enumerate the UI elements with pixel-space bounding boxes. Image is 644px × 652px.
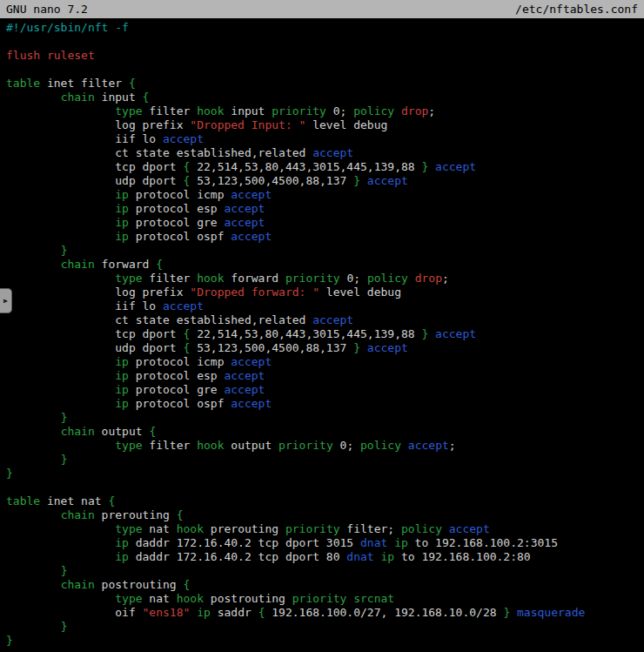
code-token bbox=[6, 230, 115, 243]
code-token bbox=[6, 439, 115, 452]
code-token: ip bbox=[115, 397, 129, 410]
code-token: { bbox=[184, 578, 191, 591]
code-token: ip bbox=[394, 536, 408, 549]
code-token: 0; bbox=[340, 272, 367, 285]
code-token: } bbox=[353, 341, 360, 354]
code-token: output bbox=[95, 425, 150, 438]
code-token: chain bbox=[61, 578, 95, 591]
code-token: "Dropped Input: " bbox=[190, 118, 305, 131]
code-line: iif lo accept bbox=[6, 132, 644, 146]
code-token: output bbox=[224, 439, 278, 452]
code-token bbox=[6, 397, 115, 410]
code-token bbox=[387, 536, 394, 549]
code-line: oif "ens18" ip saddr { 192.168.100.0/27,… bbox=[6, 606, 644, 620]
code-line: ip protocol icmp accept bbox=[6, 188, 644, 202]
code-token: ip bbox=[115, 202, 129, 215]
code-token: priority bbox=[272, 104, 326, 118]
code-token: chain bbox=[61, 425, 95, 438]
code-token: type bbox=[115, 439, 142, 452]
code-token: { bbox=[156, 258, 163, 271]
editor-content[interactable]: #!/usr/sbin/nft -fflush rulesettable ine… bbox=[0, 18, 644, 648]
code-token: srcnat bbox=[353, 592, 394, 605]
code-line: ip protocol esp accept bbox=[6, 369, 644, 383]
code-line: ct state established,related accept bbox=[6, 146, 644, 160]
code-token: type bbox=[115, 272, 142, 285]
code-token: 192.168.100.0/27, 192.168.10.0/28 bbox=[265, 606, 503, 619]
code-token: type bbox=[115, 522, 142, 535]
code-token: inet nat bbox=[40, 494, 108, 507]
code-token: hook bbox=[177, 592, 204, 605]
side-panel-toggle[interactable]: ▶ bbox=[0, 288, 12, 313]
code-token bbox=[6, 425, 61, 438]
code-token: accept bbox=[449, 522, 490, 535]
code-token: iif lo bbox=[6, 132, 163, 145]
code-token: ip bbox=[115, 383, 129, 396]
code-token bbox=[6, 202, 115, 215]
code-token: filter bbox=[143, 104, 198, 118]
code-token: ; bbox=[428, 104, 435, 118]
code-line: ip protocol icmp accept bbox=[6, 355, 644, 369]
code-line bbox=[6, 35, 644, 49]
code-line: } bbox=[6, 411, 644, 425]
code-token: } bbox=[6, 467, 13, 480]
code-token: } bbox=[61, 564, 68, 577]
code-token: protocol esp bbox=[129, 202, 225, 215]
code-line: tcp dport { 22,514,53,80,443,3015,445,13… bbox=[6, 160, 644, 174]
code-token: } bbox=[353, 174, 360, 187]
code-token: log prefix bbox=[6, 118, 190, 131]
code-token: } bbox=[6, 634, 13, 647]
code-token: accept bbox=[408, 439, 449, 452]
code-token: filter bbox=[143, 272, 198, 285]
code-line: type nat hook prerouting priority filter… bbox=[6, 522, 644, 536]
code-line bbox=[6, 63, 644, 77]
code-token: ip bbox=[115, 536, 129, 549]
code-token: level debug bbox=[319, 286, 401, 299]
code-token: accept bbox=[163, 299, 204, 313]
code-token: { bbox=[149, 425, 156, 438]
code-token bbox=[6, 564, 61, 577]
code-token: table bbox=[6, 77, 40, 90]
code-token: level debug bbox=[305, 118, 387, 131]
code-token: accept bbox=[312, 146, 353, 159]
code-token: } bbox=[61, 453, 68, 466]
code-line: ip protocol gre accept bbox=[6, 383, 644, 397]
nano-titlebar: GNU nano 7.2 /etc/nftables.conf bbox=[0, 0, 644, 18]
code-token: forward bbox=[224, 272, 285, 285]
code-token: accept bbox=[312, 313, 353, 326]
code-token: protocol icmp bbox=[129, 188, 231, 201]
code-line bbox=[6, 481, 644, 494]
code-token: nat bbox=[143, 522, 177, 535]
code-token: protocol ospf bbox=[129, 397, 231, 410]
code-token bbox=[428, 327, 435, 340]
code-token: ; bbox=[449, 439, 456, 452]
code-token bbox=[6, 536, 115, 549]
code-token: accept bbox=[367, 341, 408, 354]
code-token: to 192.168.100.2:80 bbox=[394, 550, 531, 563]
code-token: 53,123,500,4500,88,137 bbox=[190, 174, 353, 187]
chevron-right-icon: ▶ bbox=[3, 298, 8, 305]
code-token: 22,514,53,80,443,3015,445,139,88 bbox=[190, 160, 421, 173]
code-token: policy bbox=[367, 272, 408, 285]
code-token: iif lo bbox=[6, 299, 163, 313]
code-line: type filter hook forward priority 0; pol… bbox=[6, 272, 644, 286]
code-line: type nat hook postrouting priority srcna… bbox=[6, 592, 644, 606]
code-token: ip bbox=[115, 188, 129, 201]
code-line: ip protocol esp accept bbox=[6, 202, 644, 216]
code-line: chain postrouting { bbox=[6, 578, 644, 592]
code-token: { bbox=[129, 77, 136, 90]
code-token bbox=[428, 160, 435, 173]
code-token: protocol esp bbox=[129, 369, 225, 382]
code-line: chain output { bbox=[6, 425, 644, 439]
code-line: } bbox=[6, 244, 644, 258]
code-token bbox=[6, 272, 115, 285]
code-token: filter; bbox=[340, 522, 401, 535]
code-token bbox=[6, 592, 115, 605]
code-token: forward bbox=[95, 258, 156, 271]
code-line: type filter hook input priority 0; polic… bbox=[6, 104, 644, 118]
code-token bbox=[6, 369, 115, 382]
code-token bbox=[6, 453, 61, 466]
code-token: 53,123,500,4500,88,137 bbox=[190, 341, 353, 354]
code-token: hook bbox=[197, 104, 224, 118]
code-line: #!/usr/sbin/nft -f bbox=[6, 21, 644, 35]
code-token: input bbox=[224, 104, 272, 118]
